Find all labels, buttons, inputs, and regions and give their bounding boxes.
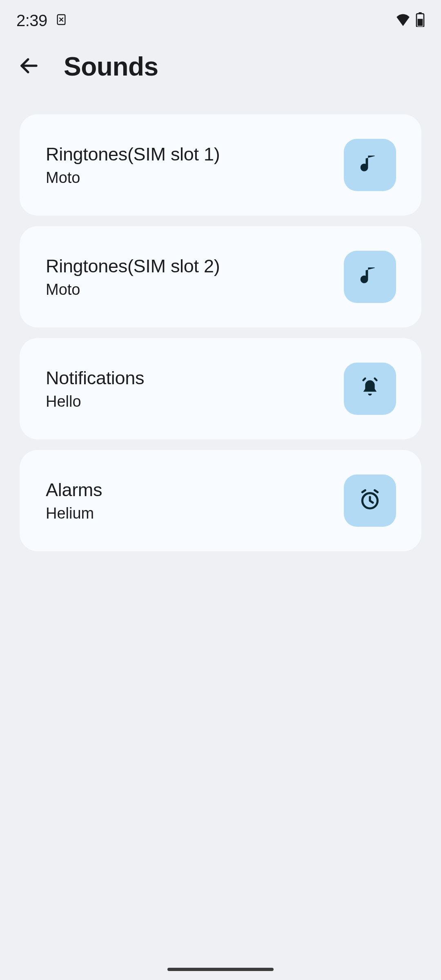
alarm-clock-icon xyxy=(359,488,381,513)
page-title: Sounds xyxy=(64,51,158,82)
card-icon-box xyxy=(344,363,396,415)
sound-item-alarms[interactable]: Alarms Helium xyxy=(20,450,421,551)
card-subtitle: Hello xyxy=(46,393,144,410)
sound-item-ringtone-sim1[interactable]: Ringtones(SIM slot 1) Moto xyxy=(20,114,421,216)
card-title: Ringtones(SIM slot 1) xyxy=(46,144,220,165)
bell-icon xyxy=(359,376,381,401)
card-icon-box xyxy=(344,474,396,527)
card-texts: Ringtones(SIM slot 1) Moto xyxy=(46,144,220,187)
card-title: Alarms xyxy=(46,479,102,501)
card-title: Notifications xyxy=(46,368,144,389)
status-bar: 2:39 xyxy=(0,0,441,41)
status-bar-right xyxy=(395,12,425,29)
sim-disabled-icon xyxy=(55,13,68,28)
header: Sounds xyxy=(0,41,441,114)
status-bar-left: 2:39 xyxy=(16,11,68,30)
music-note-icon xyxy=(359,265,381,289)
back-button[interactable] xyxy=(18,55,40,78)
card-icon-box xyxy=(344,251,396,303)
wifi-icon xyxy=(395,13,411,28)
card-texts: Ringtones(SIM slot 2) Moto xyxy=(46,256,220,298)
content: Ringtones(SIM slot 1) Moto Ringtones(SIM… xyxy=(0,114,441,551)
card-icon-box xyxy=(344,139,396,191)
card-title: Ringtones(SIM slot 2) xyxy=(46,256,220,277)
battery-icon xyxy=(416,12,425,29)
sound-item-notifications[interactable]: Notifications Hello xyxy=(20,338,421,439)
card-subtitle: Moto xyxy=(46,281,220,298)
music-note-icon xyxy=(359,153,381,177)
svg-rect-3 xyxy=(418,19,423,26)
card-texts: Notifications Hello xyxy=(46,368,144,410)
card-texts: Alarms Helium xyxy=(46,479,102,522)
card-subtitle: Moto xyxy=(46,169,220,187)
nav-indicator[interactable] xyxy=(167,968,274,971)
sound-item-ringtone-sim2[interactable]: Ringtones(SIM slot 2) Moto xyxy=(20,226,421,327)
card-subtitle: Helium xyxy=(46,505,102,522)
status-time: 2:39 xyxy=(16,11,47,30)
